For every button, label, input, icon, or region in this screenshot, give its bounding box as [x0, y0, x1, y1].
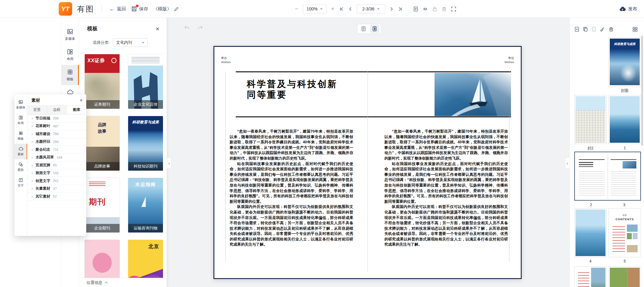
clear-broom-icon[interactable]	[600, 26, 605, 32]
document-spread[interactable]: 寄语Wishes 寄语Wishes 科学普及与科技创新 同等重要	[213, 46, 522, 279]
template-card[interactable]: 某某妇产医院	[84, 240, 120, 278]
page-thumbnail-spread-2-3-selected[interactable]	[574, 152, 641, 201]
template-card[interactable]: 期刊 企业期刊	[84, 178, 120, 233]
scrollbar-thumb[interactable]	[641, 36, 643, 146]
edit-pencil-icon[interactable]	[174, 6, 179, 12]
sidebar-item-shapes[interactable]: 图形	[14, 159, 27, 175]
page-thumbnail-5[interactable]: 目录 CONTENTS	[609, 208, 641, 257]
close-icon[interactable]: ×	[156, 26, 159, 32]
mirror-flip-icon[interactable]	[422, 6, 428, 12]
lock-icon[interactable]	[432, 6, 438, 12]
page-thumbnail-cover[interactable]: 科研教育与成果	[609, 37, 641, 86]
last-page-button[interactable]	[398, 6, 403, 12]
material-category-row[interactable]: › 花草树叶 487	[27, 123, 86, 130]
sidebar-item-media[interactable]: 多媒体	[14, 97, 27, 112]
templates-icon	[67, 69, 73, 75]
template-card[interactable]: 科研教育与成果 科技知识期刊	[128, 116, 163, 171]
template-card[interactable]: 北京	[128, 240, 163, 278]
material-category-row[interactable]: › 旅游文字 192	[27, 169, 86, 177]
body-paragraph: 纵观国内外历史可以发现：科普不仅可以为创新提供良好的氛围和文化基础，更会为创新提…	[384, 204, 508, 247]
chevron-right-icon: ›	[31, 132, 33, 136]
tab-border[interactable]: 边框	[47, 106, 67, 114]
page-thumbnail-1[interactable]	[609, 95, 641, 144]
sidebar-item-materials[interactable]: 素材	[14, 144, 27, 159]
grid-view-icon[interactable]	[632, 26, 638, 32]
chevron-right-icon: ›	[31, 139, 33, 144]
save-button[interactable]: 保存	[131, 6, 148, 12]
zoom-level-select[interactable]: 100%	[303, 4, 327, 13]
add-page-icon[interactable]	[574, 26, 580, 32]
sidebar-item-text[interactable]: 文字	[14, 175, 27, 191]
page-thumbnail-6[interactable]	[574, 266, 607, 287]
page-settings-icon[interactable]	[413, 6, 419, 12]
material-category-row[interactable]: › 页眉页脚 65	[27, 161, 86, 169]
materials-floating-panel[interactable]: 多媒体 布局 模板 素材	[14, 94, 86, 236]
material-category-row[interactable]: › 水墨怀旧 290	[27, 138, 86, 146]
expand-right-panel-button[interactable]: ›	[565, 157, 569, 169]
page-thumbnail-7[interactable]	[609, 266, 641, 287]
publish-button[interactable]: 发布	[619, 0, 637, 18]
chevron-down-icon	[142, 42, 144, 43]
tab-gallery[interactable]: 图库	[67, 106, 86, 114]
delete-trash-icon[interactable]	[441, 6, 447, 12]
material-category-row[interactable]: › 其它素材 52	[27, 193, 86, 201]
media-image-icon	[67, 28, 73, 35]
page-indicator-select[interactable]: 2-3/36	[357, 4, 385, 13]
material-category-row[interactable]: › 矢量素材 37	[27, 185, 86, 193]
category-select[interactable]: 文化内刊	[113, 38, 148, 47]
right-page-body-text[interactable]: “忽如一夜春风来，千树万树梨花开”，建国70年来，特别是改革开放以来，随着我国经…	[384, 129, 508, 247]
material-category-row[interactable]: › 水墨风花草 194	[27, 154, 86, 162]
back-button[interactable]: ← 返回	[109, 6, 126, 12]
mini-title-lines	[579, 162, 593, 167]
material-category-row[interactable]: › 聚会纪念 711	[27, 146, 86, 154]
document-title[interactable]: 《模版》	[153, 6, 179, 12]
template-card[interactable]: 水运指南 运输咨询刊物	[128, 178, 163, 233]
text-icon	[18, 178, 23, 183]
template-card[interactable]: 企业文化宣传	[128, 54, 163, 109]
position-info-toggle[interactable]: 位置信息	[79, 278, 167, 287]
sidebar-item-layout[interactable]: 布局	[14, 112, 27, 128]
chevron-down-icon	[320, 8, 323, 10]
materials-tabs: 背景 边框 图库	[27, 105, 86, 115]
material-category-row[interactable]: › 城市建设 784	[27, 130, 86, 138]
redo-icon[interactable]	[197, 25, 204, 31]
undo-icon[interactable]	[183, 25, 190, 31]
close-icon[interactable]: ×	[80, 98, 83, 103]
template-grid: XX证券 证券期刊 企业文化宣传 品牌 故事 品牌故事 科研教育与成果 科技知识…	[84, 54, 163, 278]
left-page-body-text[interactable]: “忽如一夜春风来，千树万树梨花开”，建国70年来，特别是改革开放以来，随着我国经…	[230, 129, 353, 247]
next-page-button[interactable]	[389, 6, 394, 12]
tab-background[interactable]: 背景	[27, 106, 47, 114]
previous-page-button[interactable]	[348, 6, 353, 12]
material-category-row[interactable]: › 创意文字 261	[27, 177, 86, 185]
sidebar-item-media[interactable]: 多媒体	[61, 25, 79, 45]
first-page-button[interactable]	[339, 6, 344, 12]
template-card[interactable]: 品牌 故事 品牌故事	[84, 116, 120, 171]
fullscreen-icon[interactable]	[451, 6, 457, 12]
page-thumbnail-4[interactable]	[574, 208, 607, 257]
template-card[interactable]: XX证券 证券期刊	[84, 54, 120, 109]
sidebar-item-layout[interactable]: 布局	[61, 45, 79, 65]
chevron-right-icon: ›	[31, 186, 33, 191]
spread-view-button[interactable]	[370, 25, 379, 33]
zoom-out-button[interactable]: −	[294, 6, 299, 12]
page-corner-label: 寄语Wishes	[505, 56, 514, 64]
single-page-view-button[interactable]	[359, 25, 368, 33]
back-arrow-icon: ←	[109, 6, 115, 12]
chevron-up-icon	[105, 281, 108, 285]
page-thumbnail-label: 5	[609, 259, 641, 263]
paste-page-icon[interactable]	[591, 26, 597, 32]
page-thumbnail-inner-cover[interactable]	[574, 95, 607, 144]
collapse-left-panel-button[interactable]: ‹	[167, 157, 172, 169]
spread-half-page-2	[576, 153, 608, 199]
article-title[interactable]: 科学普及与科技创新 同等重要	[247, 79, 338, 100]
delete-trash-icon[interactable]	[608, 26, 614, 32]
zoom-in-button[interactable]: +	[330, 6, 335, 12]
material-category-row[interactable]: › 节日祝福 299	[27, 115, 86, 123]
app-logo: YT	[59, 2, 72, 16]
template-panel-title: 模板	[87, 25, 98, 32]
sidebar-item-templates[interactable]: 模板	[61, 65, 79, 85]
sailboat-photo[interactable]	[435, 73, 511, 116]
duplicate-page-icon[interactable]	[583, 26, 588, 32]
header-rule	[236, 71, 511, 72]
sidebar-item-templates[interactable]: 模板	[14, 128, 27, 144]
